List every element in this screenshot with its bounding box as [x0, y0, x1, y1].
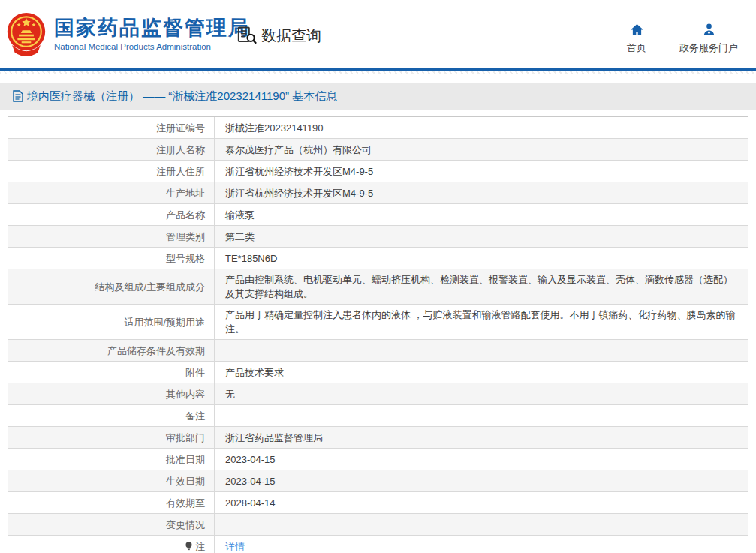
row-label: 产品储存条件及有效期 [8, 340, 215, 361]
row-value: 浙械注准20232141190 [215, 117, 748, 138]
row-label: 适用范围/预期用途 [8, 305, 215, 339]
org-name-cn: 国家药品监督管理局 [54, 17, 250, 40]
row-value: 2023-04-15 [215, 449, 748, 470]
data-query-label: 数据查询 [261, 26, 321, 46]
row-label-text: 结构及组成/主要组成成分 [95, 280, 205, 294]
table-row: 产品名称输液泵 [8, 204, 748, 226]
row-label-text: 备注 [185, 409, 205, 423]
table-row: 注册人名称泰尔茂医疗产品（杭州）有限公司 [8, 139, 748, 161]
row-value: 泰尔茂医疗产品（杭州）有限公司 [215, 139, 748, 160]
table-row: 变更情况 [8, 514, 748, 536]
site-header: 国家药品监督管理局 National Medical Products Admi… [0, 0, 756, 71]
document-icon [13, 90, 23, 102]
nav-home-label: 首页 [627, 41, 646, 55]
row-label-text: 附件 [185, 365, 205, 380]
row-value: 2028-04-14 [215, 492, 748, 513]
table-row: 产品储存条件及有效期 [8, 340, 748, 362]
row-value: 第二类 [215, 226, 748, 247]
row-label-text: 生产地址 [166, 186, 205, 200]
row-value: 产品技术要求 [215, 362, 748, 383]
row-label: 生效日期 [8, 470, 215, 491]
row-label: 附件 [8, 362, 215, 383]
row-label: 产品名称 [8, 204, 215, 225]
table-row: 结构及组成/主要组成成分产品由控制系统、电机驱动单元、蠕动挤压机构、检测装置、报… [8, 269, 748, 305]
table-row: 生产地址浙江省杭州经济技术开发区M4-9-5 [8, 182, 748, 204]
table-row: 审批部门浙江省药品监督管理局 [8, 427, 748, 449]
row-label: 注册人住所 [8, 161, 215, 182]
nav-home[interactable]: 首页 [627, 23, 646, 55]
nav-gov-portal[interactable]: 政务服务门户 [679, 23, 738, 55]
row-label-text: 注册人名称 [156, 143, 205, 157]
row-label: 注册证编号 [8, 117, 215, 138]
breadcrumb-bar: 境内医疗器械（注册） —— “浙械注准20232141190” 基本信息 [0, 83, 756, 110]
data-query-section[interactable]: 数据查询 [237, 26, 321, 46]
row-label: 注册人名称 [8, 139, 215, 160]
home-icon [630, 23, 644, 37]
row-value: 浙江省杭州经济技术开发区M4-9-5 [215, 182, 748, 203]
row-label-text: 适用范围/预期用途 [124, 315, 205, 329]
row-value: 2023-04-15 [215, 470, 748, 491]
row-label-text: 有效期至 [166, 496, 205, 510]
spacer [0, 74, 756, 83]
table-row: 注册人住所浙江省杭州经济技术开发区M4-9-5 [8, 161, 748, 182]
row-label: 变更情况 [8, 514, 215, 535]
table-row: 备注 [8, 405, 748, 427]
row-label-text: 变更情况 [166, 518, 205, 532]
row-value: 输液泵 [215, 204, 748, 225]
spacer [0, 110, 756, 116]
row-value: 产品由控制系统、电机驱动单元、蠕动挤压机构、检测装置、报警装置、输入及显示装置、… [215, 269, 748, 304]
org-title-block: 国家药品监督管理局 National Medical Products Admi… [54, 17, 250, 51]
info-table: 注册证编号浙械注准20232141190注册人名称泰尔茂医疗产品（杭州）有限公司… [8, 116, 748, 553]
row-label-text: 生效日期 [166, 474, 205, 488]
row-value [215, 405, 748, 426]
table-row: 附件产品技术要求 [8, 362, 748, 383]
row-label: 注 [8, 536, 215, 553]
row-label: 审批部门 [8, 427, 215, 448]
table-row: 其他内容无 [8, 383, 748, 405]
row-label: 有效期至 [8, 492, 215, 513]
row-label: 生产地址 [8, 182, 215, 203]
row-label: 其他内容 [8, 383, 215, 404]
row-label-text: 注册人住所 [156, 164, 205, 179]
row-value: 产品用于精确定量控制注入患者体内的液体 ，与贮液装置和输液管路配套使用。不用于镇… [215, 305, 748, 339]
bulb-icon [185, 541, 193, 551]
table-row: 型号规格TE*185N6D [8, 248, 748, 269]
row-label-text: 产品储存条件及有效期 [107, 344, 205, 358]
table-row: 有效期至2028-04-14 [8, 492, 748, 514]
row-label: 管理类别 [8, 226, 215, 247]
row-label-text: 注 [195, 539, 205, 553]
row-label: 型号规格 [8, 248, 215, 269]
row-label-text: 其他内容 [166, 387, 205, 401]
details-link[interactable]: 详情 [225, 539, 245, 553]
row-label-text: 批准日期 [166, 452, 205, 467]
header-nav: 首页 政务服务门户 [627, 23, 738, 55]
row-label: 结构及组成/主要组成成分 [8, 269, 215, 304]
table-row: 批准日期2023-04-15 [8, 449, 748, 470]
row-label-text: 审批部门 [166, 431, 205, 445]
page-title: 境内医疗器械（注册） —— “浙械注准20232141190” 基本信息 [27, 89, 337, 104]
row-value: 浙江省药品监督管理局 [215, 427, 748, 448]
row-label-text: 产品名称 [166, 208, 205, 222]
table-row: 注册证编号浙械注准20232141190 [8, 117, 748, 139]
nav-gov-portal-label: 政务服务门户 [679, 41, 738, 55]
row-value: TE*185N6D [215, 248, 748, 269]
row-label-text: 注册证编号 [156, 121, 205, 135]
row-value [215, 340, 748, 361]
national-emblem-icon [6, 12, 47, 59]
row-label-text: 管理类别 [166, 230, 205, 244]
row-label: 备注 [8, 405, 215, 426]
row-value [215, 514, 748, 535]
table-row: 生效日期2023-04-15 [8, 470, 748, 492]
row-label-text: 型号规格 [166, 251, 205, 266]
table-row: 注详情 [8, 536, 748, 553]
org-name-en: National Medical Products Administration [54, 42, 250, 51]
row-value: 详情 [215, 536, 748, 553]
user-icon [702, 23, 716, 37]
row-label: 批准日期 [8, 449, 215, 470]
table-row: 适用范围/预期用途产品用于精确定量控制注入患者体内的液体 ，与贮液装置和输液管路… [8, 305, 748, 340]
row-value: 无 [215, 383, 748, 404]
table-row: 管理类别第二类 [8, 226, 748, 248]
row-value: 浙江省杭州经济技术开发区M4-9-5 [215, 161, 748, 182]
document-search-icon [237, 26, 257, 45]
